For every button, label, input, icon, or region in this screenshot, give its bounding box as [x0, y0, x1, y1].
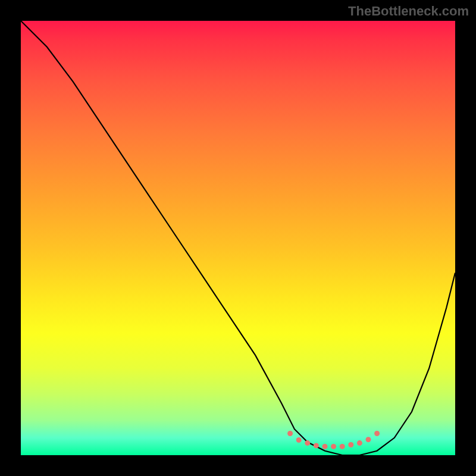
marker-dot: [314, 443, 319, 448]
marker-dot: [322, 444, 328, 449]
marker-dot: [305, 440, 310, 446]
marker-dot: [348, 442, 353, 447]
plot-area: [21, 21, 455, 455]
watermark-text: TheBottleneck.com: [348, 4, 469, 19]
curve-svg: [21, 21, 455, 455]
marker-dot: [340, 444, 345, 449]
minimum-marker-dots: [287, 431, 380, 449]
marker-dot: [366, 437, 371, 442]
marker-dot: [296, 437, 302, 443]
bottleneck-curve: [21, 21, 455, 455]
marker-dot: [374, 431, 380, 436]
marker-dot: [287, 431, 293, 436]
marker-dot: [357, 440, 362, 446]
marker-dot: [331, 444, 336, 449]
